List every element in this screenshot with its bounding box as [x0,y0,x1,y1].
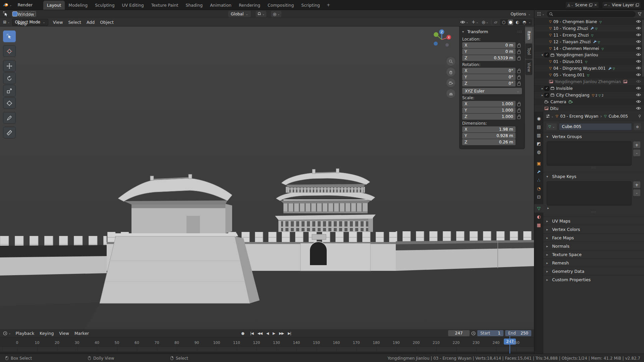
panel-header-remesh[interactable]: ▸Remesh [543,258,644,267]
shape-keys-expand-toggle[interactable]: ▸ [547,205,641,210]
properties-tab-output[interactable]: ▤ [534,123,543,131]
outliner-row[interactable]: ▾✓Yongdingmen Jianlou [534,52,644,58]
rotation-y-field[interactable]: Y0° [462,74,516,80]
new-view-layer-icon[interactable] [636,3,639,7]
workspace-tab-modeling[interactable]: Modeling [65,1,91,10]
lock-toggle[interactable] [516,69,522,73]
workspace-tab-sculpting[interactable]: Sculpting [91,1,118,10]
lock-toggle[interactable] [516,43,522,48]
play-reverse-button[interactable]: ◀ [265,331,270,336]
shading-rendered-button[interactable]: ◓ [522,19,527,25]
dimensions-z-field[interactable]: Z0.26 m [462,139,516,145]
panel-header-texture-space[interactable]: ▸Texture Space [543,250,644,258]
outliner-editor-type[interactable]: ⌄ [537,12,545,16]
timeline-menu-playback[interactable]: Playback [13,331,37,336]
menu-window[interactable]: Window [15,10,37,19]
rotation-mode-dropdown[interactable]: XYZ Euler⌄ [462,88,522,94]
lock-toggle[interactable] [516,115,522,119]
workspace-tab-uv-editing[interactable]: UV Editing [118,1,148,10]
gizmos-dropdown[interactable]: ✛⌄ [471,20,479,24]
tool-measure-button[interactable] [3,127,16,138]
scale-z-field[interactable]: Z1.000 [462,114,516,120]
viewport-menu-object[interactable]: Object [97,20,116,25]
pin-icon[interactable] [638,114,642,118]
new-scene-icon[interactable] [589,3,592,7]
collection-checkbox[interactable]: ✓ [544,86,549,91]
outliner-scrollbar[interactable] [642,20,644,77]
visibility-eye-toggle[interactable] [636,40,641,43]
view-layer-selector[interactable]: ▱⌄ View Layer [602,1,641,9]
current-frame-field[interactable]: 247 [448,330,470,336]
lock-toggle[interactable] [516,75,522,79]
next-keyframe-button[interactable]: ▶▶ [277,331,285,336]
panel-header-face-maps[interactable]: ▸Face Maps [543,233,644,242]
properties-tab-scene[interactable]: ◩ [534,139,543,148]
shading-wireframe-button[interactable]: ○ [501,19,506,25]
play-button[interactable]: ▶ [271,331,277,336]
visibility-eye-toggle[interactable] [636,73,641,76]
dimensions-x-field[interactable]: X1.98 m [462,126,516,132]
filter-icon[interactable] [638,12,642,16]
panel-header-vertex-groups[interactable]: ▾Vertex Groups [543,132,644,140]
properties-tab-object[interactable]: ▣ [534,159,543,168]
tool-annotate-button[interactable] [3,112,16,124]
collection-checkbox[interactable]: ✓ [544,53,549,57]
navigation-gizmo[interactable]: Z X [431,28,452,50]
breadcrumb-object[interactable]: 03 - Erceng Wuyan [560,114,598,119]
properties-tab-modifiers[interactable] [534,168,543,176]
outliner-row[interactable]: Ditu [534,105,644,112]
visibility-eye-toggle[interactable] [636,93,641,97]
viewport-menu-select[interactable]: Select [65,20,84,25]
active-tool-icon[interactable] [3,11,9,17]
perspective-toggle-button[interactable] [446,89,455,98]
disclosure-closed-icon[interactable]: ▸ [540,94,544,97]
breadcrumb-data[interactable]: Cube.005 [608,114,628,119]
panel-header-geometry-data[interactable]: ▸Geometry Data [543,267,644,275]
blender-logo-icon[interactable]: ⌄ [0,3,15,7]
viewport-menu-add[interactable]: Add [84,20,97,25]
search-input[interactable] [555,11,633,17]
rotation-z-field[interactable]: Z0° [462,80,516,86]
sidebar-tab-tool[interactable]: Tool [525,44,532,59]
datablock-type-chip[interactable]: ▽⌄ [546,123,557,130]
workspace-tab-animation[interactable]: Animation [206,1,235,10]
workspace-tab-texture-paint[interactable]: Texture Paint [148,1,182,10]
outliner-row[interactable]: ▽10 - Yiceng Zhuzi▽ [534,25,644,32]
location-y-field[interactable]: Y0 m [462,49,516,55]
pan-button[interactable] [446,68,455,76]
sidebar-tab-item[interactable]: Item [525,27,532,43]
lock-toggle[interactable] [516,102,522,106]
properties-editor-type[interactable]: ⌄ [546,114,554,118]
disclosure-closed-icon[interactable]: ▸ [540,87,544,90]
properties-tab-physics[interactable]: ◔ [534,184,543,193]
properties-tab-constraints[interactable]: ⊡ [534,193,543,201]
shading-solid-button[interactable]: ● [508,19,513,25]
datablock-name-field[interactable]: Cube.005 [559,123,632,130]
properties-tab-material[interactable]: ◐ [534,213,543,221]
tool-rotate-button[interactable] [3,72,16,84]
add-shape-keys-button[interactable]: + [633,181,640,188]
shading-options-icon[interactable]: ⌄ [528,20,531,24]
outliner-row[interactable]: ▸✓Invisible [534,85,644,92]
scale-y-field[interactable]: Y1.000 [462,107,516,113]
timeline-track[interactable] [0,347,534,354]
workspace-tab-scripting[interactable]: Scripting [298,1,324,10]
scale-x-field[interactable]: X1.000 [462,101,516,107]
outliner-row[interactable]: ▽11 - Erceng Zhuzi▽ [534,32,644,39]
visibility-eye-toggle[interactable] [636,86,641,90]
tool-cursor-button[interactable] [3,45,16,57]
panel-header-custom-properties[interactable]: ▸Custom Properties [543,275,644,284]
use-preview-range-icon[interactable] [471,331,476,336]
snapping-toggle[interactable]: ⌄ [256,11,267,17]
workspace-tab-shading[interactable]: Shading [182,1,206,10]
timeline-menu-view[interactable]: View [56,331,72,336]
vertex-groups-list[interactable] [547,141,632,166]
outliner-row[interactable]: ▽14 - Chenmen Menmei▽ [534,45,644,52]
lock-toggle[interactable] [516,81,522,86]
previous-keyframe-button[interactable]: ◀◀ [256,331,264,336]
properties-tab-render[interactable]: ◉ [534,114,543,123]
lock-toggle[interactable] [516,108,522,113]
visibility-eye-toggle[interactable] [636,107,641,110]
visibility-eye-toggle[interactable] [636,20,641,23]
visibility-eye-toggle[interactable] [636,53,641,56]
